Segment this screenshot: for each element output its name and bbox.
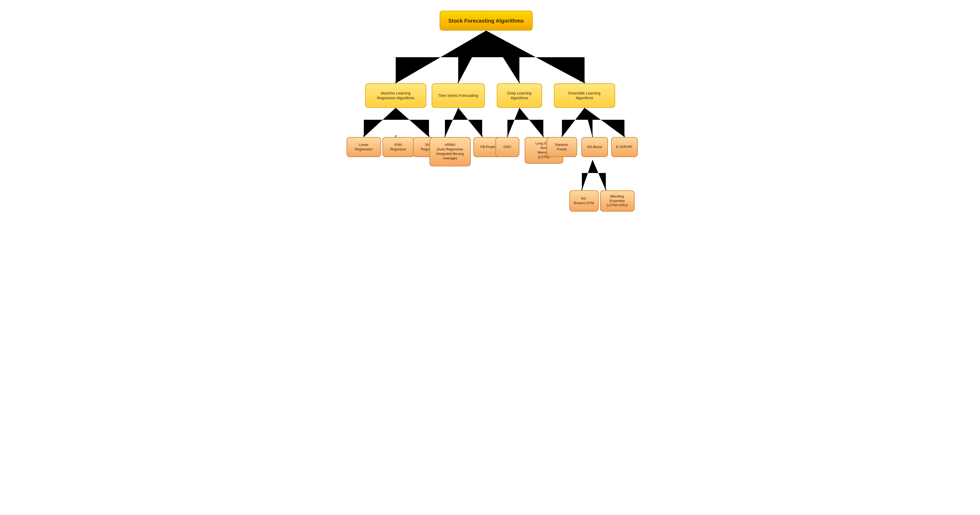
node-xgblstm: XG-Boost+LSTM: [570, 190, 599, 212]
node-dl: Deep LearningAlgorithms: [497, 83, 542, 108]
node-knn: KNNRegressor: [382, 137, 414, 157]
node-ts: Time Series Forecasting: [432, 83, 485, 108]
node-esvr: E-SVR-RF: [611, 137, 638, 157]
node-root: Stock Forecasting Algorithms: [440, 11, 533, 30]
node-el: Ensemble LearningAlgorithms: [554, 83, 615, 108]
node-lr: LinearRegression: [347, 137, 381, 157]
node-gru: GRU: [495, 137, 519, 157]
diagram: Stock Forecasting Algorithms Machine Lea…: [344, 5, 636, 245]
node-rf: RandomForest: [547, 137, 577, 157]
node-xgb: XG-Boost: [581, 137, 608, 157]
node-arima: ARIMA(Auto RegressiveIntegrated MovingAv…: [430, 137, 471, 166]
node-ml: Machine LearningRegression Algorithms: [365, 83, 426, 108]
node-blend: BlendingEnsemble(LSTM+GRU): [600, 190, 635, 212]
